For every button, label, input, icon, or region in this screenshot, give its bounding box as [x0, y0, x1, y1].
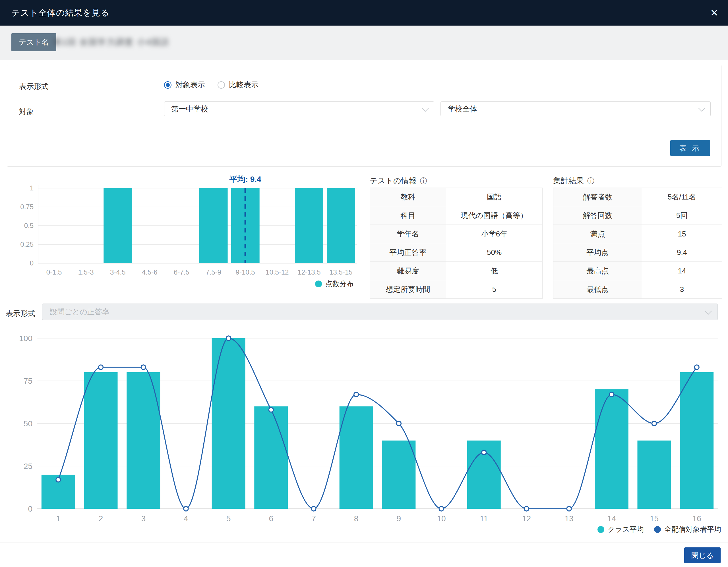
test-name-badge: テスト名 — [11, 33, 56, 51]
question-format-select-value: 設問ごとの正答率 — [50, 307, 109, 317]
table-row: 最低点3 — [553, 280, 722, 299]
legend-label: 点数分布 — [325, 279, 354, 288]
y-axis-tick: 0.25 — [20, 241, 34, 248]
histogram-bar[interactable] — [295, 188, 323, 263]
row-value: 15 — [642, 225, 722, 243]
overall-average-point[interactable] — [396, 421, 401, 426]
row-value: 小学6年 — [446, 225, 542, 243]
x-axis-tick: 5 — [226, 514, 231, 523]
x-axis-tick: 0-1.5 — [46, 268, 62, 276]
y-axis-tick: 75 — [24, 376, 32, 385]
class-average-bar[interactable] — [637, 440, 671, 509]
x-axis-tick: 2 — [99, 514, 103, 523]
question-format-select[interactable]: 設問ごとの正答率 — [42, 303, 718, 320]
histogram-bar[interactable] — [104, 188, 132, 263]
x-axis-tick: 3 — [141, 514, 146, 523]
overall-average-point[interactable] — [141, 365, 146, 369]
x-axis-tick: 4 — [184, 514, 188, 523]
close-button[interactable]: 閉じる — [684, 547, 721, 563]
overall-average-point[interactable] — [56, 477, 61, 482]
x-axis-tick: 14 — [607, 514, 616, 523]
table-row: 難易度低 — [370, 262, 542, 280]
table-row: 解答回数5回 — [553, 206, 722, 225]
histogram-bar[interactable] — [327, 188, 355, 263]
chevron-down-icon — [422, 104, 429, 111]
test-name-value: 第1回 全国学力調査 小4国語 — [53, 36, 169, 48]
y-axis-tick: 0 — [30, 259, 34, 267]
info-icon[interactable]: ⓘ — [420, 176, 427, 186]
overall-average-point[interactable] — [311, 506, 316, 511]
legend-item[interactable]: 点数分布 — [315, 279, 354, 288]
y-axis-tick: 0.5 — [24, 222, 34, 229]
legend-dot-icon — [597, 526, 604, 533]
row-label: 解答者数 — [553, 188, 642, 206]
x-axis-tick: 9-10.5 — [236, 268, 255, 276]
row-label: 難易度 — [370, 262, 446, 280]
row-value: 50% — [446, 243, 542, 262]
table-row: 解答者数5名/11名 — [553, 188, 722, 206]
row-value: 低 — [446, 262, 542, 280]
class-average-bar[interactable] — [382, 440, 415, 509]
per-question-chart[interactable]: 025507510012345678910111213141516 — [6, 326, 725, 525]
radio-option[interactable]: 対象表示 — [164, 80, 205, 90]
histogram-legend: 点数分布 — [315, 279, 354, 288]
legend-item[interactable]: クラス平均 — [597, 525, 644, 534]
radio-unselected-icon[interactable] — [218, 81, 225, 89]
table-row: 想定所要時間5 — [370, 280, 542, 299]
row-value: 5回 — [642, 206, 722, 225]
x-axis-tick: 7.5-9 — [206, 268, 221, 276]
table-row: 平均点9.4 — [553, 243, 722, 262]
overall-average-point[interactable] — [226, 336, 231, 340]
class-average-bar[interactable] — [680, 372, 713, 509]
radio-label: 対象表示 — [175, 80, 205, 90]
scope-select[interactable]: 学校全体 — [440, 102, 711, 116]
class-average-bar[interactable] — [595, 389, 628, 509]
legend-label: クラス平均 — [608, 525, 644, 534]
overall-average-point[interactable] — [652, 421, 656, 426]
school-select[interactable]: 第一中学校 — [164, 102, 434, 116]
table-row: 満点15 — [553, 225, 722, 243]
overall-average-point[interactable] — [439, 506, 444, 511]
close-icon[interactable]: ✕ — [710, 8, 719, 18]
overall-average-point[interactable] — [269, 407, 273, 412]
table-row: 最高点14 — [553, 262, 722, 280]
row-label: 最高点 — [553, 262, 642, 280]
row-value: 9.4 — [642, 243, 722, 262]
per-question-legend: クラス平均全配信対象者平均 — [597, 525, 721, 534]
overall-average-point[interactable] — [567, 506, 571, 511]
overall-average-point[interactable] — [694, 365, 699, 369]
x-axis-tick: 9 — [397, 514, 401, 523]
row-label: 最低点 — [553, 280, 642, 298]
overall-average-point[interactable] — [184, 506, 188, 511]
overall-average-point[interactable] — [99, 365, 103, 369]
overall-average-point[interactable] — [524, 506, 529, 511]
chevron-down-icon — [705, 307, 712, 314]
x-axis-tick: 8 — [354, 514, 359, 523]
histogram-bar[interactable] — [199, 188, 228, 263]
modal-header: テスト全体の結果を見る ✕ — [0, 0, 728, 26]
overall-average-point[interactable] — [482, 450, 486, 455]
summary-title: 集計結果 ⓘ — [553, 176, 594, 186]
class-average-bar[interactable] — [212, 338, 245, 509]
chevron-down-icon — [698, 104, 705, 111]
info-icon[interactable]: ⓘ — [587, 176, 594, 186]
row-label: 科目 — [370, 206, 446, 225]
x-axis-tick: 15 — [650, 514, 659, 523]
row-value: 14 — [642, 262, 722, 280]
class-average-bar[interactable] — [254, 406, 288, 509]
overall-average-point[interactable] — [354, 392, 359, 397]
overall-average-point[interactable] — [609, 392, 614, 397]
row-value: 5名/11名 — [642, 188, 722, 206]
legend-item[interactable]: 全配信対象者平均 — [654, 525, 721, 534]
row-label: 満点 — [553, 225, 642, 243]
show-button[interactable]: 表 示 — [670, 140, 710, 156]
y-axis-tick: 25 — [24, 462, 32, 471]
x-axis-tick: 13 — [565, 514, 574, 523]
target-label: 対象 — [19, 107, 34, 117]
class-average-bar[interactable] — [84, 372, 118, 509]
radio-option[interactable]: 比較表示 — [218, 80, 258, 90]
class-average-bar[interactable] — [340, 406, 373, 509]
test-info-title: テストの情報 ⓘ — [370, 176, 427, 186]
radio-selected-icon[interactable] — [164, 81, 171, 89]
table-row: 科目現代の国語（高等） — [370, 206, 542, 225]
